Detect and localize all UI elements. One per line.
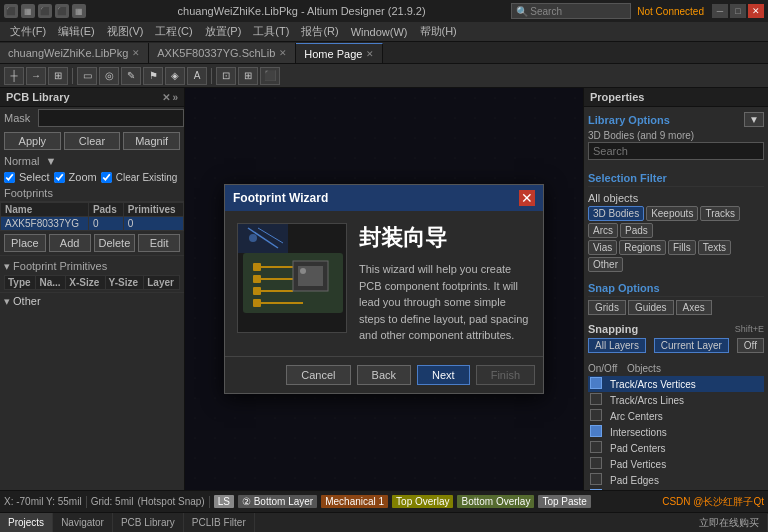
guides-button[interactable]: Guides [628,300,674,315]
menu-view[interactable]: 视图(V) [101,22,150,41]
tool-btn-5[interactable]: ◎ [99,67,119,85]
tab-homepage-close[interactable]: ✕ [366,49,374,59]
place-button[interactable]: Place [4,234,46,252]
modal-close-button[interactable]: ✕ [519,190,535,206]
menu-help[interactable]: 帮助(H) [414,22,463,41]
snap-checkbox-cell[interactable] [588,456,608,472]
tool-btn-6[interactable]: ✎ [121,67,141,85]
sf-pads-button[interactable]: Pads [620,223,653,238]
right-panel-search[interactable] [588,142,764,160]
magnif-button[interactable]: Magnif [123,132,180,150]
tool-btn-2[interactable]: → [26,67,46,85]
snap-table-row[interactable]: Via Centers [588,488,764,490]
tool-btn-10[interactable]: ⊞ [238,67,258,85]
menu-file[interactable]: 文件(F) [4,22,52,41]
snap-checkbox-cell[interactable] [588,376,608,392]
snap-table-row[interactable]: Pad Vertices [588,456,764,472]
all-layers-button[interactable]: All Layers [588,338,646,353]
sf-fills-button[interactable]: Fills [668,240,696,255]
sf-keepouts-button[interactable]: Keepouts [646,206,698,221]
apply-button[interactable]: Apply [4,132,61,150]
sf-arcs-button[interactable]: Arcs [588,223,618,238]
bottom-tab-projects[interactable]: Projects [0,513,53,532]
delete-button[interactable]: Delete [94,234,136,252]
clear-existing-checkbox[interactable] [101,172,112,183]
snap-checkbox-cell[interactable] [588,440,608,456]
grids-button[interactable]: Grids [588,300,626,315]
snap-checkbox-cell[interactable] [588,488,608,490]
snap-table-row[interactable]: Pad Edges [588,472,764,488]
bottom-tab-pclib-filter[interactable]: PCLIB Filter [184,513,255,532]
snap-checkbox[interactable] [590,393,602,405]
sf-3dbodies-button[interactable]: 3D Bodies [588,206,644,221]
pcb-canvas[interactable]: Footprint Wizard ✕ [185,88,583,490]
axes-button[interactable]: Axes [676,300,712,315]
tool-btn-8[interactable]: ◈ [165,67,185,85]
bodies-text: 3D Bodies (and 9 more) [588,130,694,141]
tab-schlib-close[interactable]: ✕ [279,48,287,58]
menu-edit[interactable]: 编辑(E) [52,22,101,41]
clear-button[interactable]: Clear [64,132,121,150]
off-button[interactable]: Off [737,338,764,353]
tool-btn-1[interactable]: ┼ [4,67,24,85]
bottom-tab-buy-online[interactable]: 立即在线购买 [691,514,768,532]
snap-checkbox[interactable] [590,409,602,421]
snap-checkbox[interactable] [590,441,602,453]
sf-vias-button[interactable]: Vias [588,240,617,255]
bottom-tab-pcb-library[interactable]: PCB Library [113,513,184,532]
snap-checkbox[interactable] [590,425,602,437]
tab-libpkg[interactable]: chuangWeiZhiKe.LibPkg ✕ [0,43,149,63]
snap-table-row[interactable]: Track/Arcs Lines [588,392,764,408]
menu-tools[interactable]: 工具(T) [247,22,295,41]
panel-close-btn[interactable]: ✕ [162,92,170,103]
snap-table-row[interactable]: Arc Centers [588,408,764,424]
tool-btn-3[interactable]: ⊞ [48,67,68,85]
snap-checkbox[interactable] [590,377,602,389]
sf-tracks-button[interactable]: Tracks [700,206,740,221]
tool-btn-A[interactable]: A [187,67,207,85]
sf-other-button[interactable]: Other [588,257,623,272]
sf-texts-button[interactable]: Texts [698,240,731,255]
back-button[interactable]: Back [357,365,411,385]
search-bar[interactable]: 🔍 Search [511,3,631,19]
menu-reports[interactable]: 报告(R) [295,22,344,41]
tab-schlib[interactable]: AXK5F80337YG.SchLib ✕ [149,43,296,63]
tool-btn-7[interactable]: ⚑ [143,67,163,85]
snap-checkbox[interactable] [590,457,602,469]
minimize-button[interactable]: ─ [712,4,728,18]
tool-btn-11[interactable]: ⬛ [260,67,280,85]
tab-homepage[interactable]: Home Page ✕ [296,43,383,63]
filter-button[interactable]: ▼ [744,112,764,127]
normal-dropdown[interactable]: ▼ [45,155,56,167]
cancel-button[interactable]: Cancel [286,365,350,385]
snap-checkbox-cell[interactable] [588,392,608,408]
next-button[interactable]: Next [417,365,470,385]
tool-btn-9[interactable]: ⊡ [216,67,236,85]
snap-checkbox[interactable] [590,489,602,490]
current-layer-button[interactable]: Current Layer [654,338,729,353]
snap-table-row[interactable]: Pad Centers [588,440,764,456]
bottom-tab-navigator[interactable]: Navigator [53,513,113,532]
mask-input[interactable] [38,109,184,127]
tool-btn-4[interactable]: ▭ [77,67,97,85]
snap-checkbox-cell[interactable] [588,472,608,488]
menu-project[interactable]: 工程(C) [149,22,198,41]
snap-table-row[interactable]: Intersections [588,424,764,440]
select-checkbox[interactable] [4,172,15,183]
add-button[interactable]: Add [49,234,91,252]
snap-checkbox-cell[interactable] [588,408,608,424]
modal-description: This wizard will help you create PCB com… [359,261,531,344]
panel-expand-btn[interactable]: » [172,92,178,103]
menu-place[interactable]: 放置(P) [199,22,248,41]
snap-checkbox-cell[interactable] [588,424,608,440]
edit-button[interactable]: Edit [138,234,180,252]
sf-regions-button[interactable]: Regions [619,240,666,255]
tab-libpkg-close[interactable]: ✕ [132,48,140,58]
snap-checkbox[interactable] [590,473,602,485]
maximize-button[interactable]: □ [730,4,746,18]
snap-table-row[interactable]: Track/Arcs Vertices [588,376,764,392]
menu-window[interactable]: Window(W) [345,24,414,40]
close-button[interactable]: ✕ [748,4,764,18]
zoom-checkbox[interactable] [54,172,65,183]
table-row[interactable]: AXK5F80337YG 0 0 [1,217,184,231]
